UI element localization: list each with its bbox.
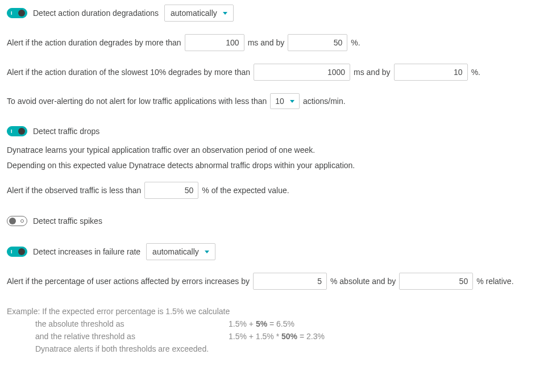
example-grid: the absolute threshold as 1.5% + 5% = 6.… bbox=[35, 319, 545, 353]
text-failure-prefix: Alert if the percentage of user actions … bbox=[7, 277, 250, 286]
text-drops-prefix: Alert if the observed traffic is less th… bbox=[7, 186, 141, 195]
example-row2-post: = 2.3% bbox=[297, 332, 325, 341]
text-duration-all-mid: ms and by bbox=[248, 38, 285, 47]
text-drops-desc1: Dynatrace learns your typical applicatio… bbox=[7, 144, 545, 156]
row-failure-thresholds: Alert if the percentage of user actions … bbox=[7, 273, 545, 290]
input-duration-all-pct[interactable] bbox=[288, 34, 347, 51]
label-detect-traffic-drops: Detect traffic drops bbox=[33, 127, 99, 136]
text-duration-all-prefix: Alert if the action duration degrades by… bbox=[7, 38, 181, 47]
toggle-off-indicator-icon bbox=[20, 219, 24, 223]
chevron-down-icon bbox=[290, 100, 294, 103]
row-duration-threshold-slowest: Alert if the action duration of the slow… bbox=[7, 64, 545, 81]
text-duration-slow-suffix: %. bbox=[471, 68, 480, 77]
input-drops-pct[interactable] bbox=[144, 182, 198, 199]
example-row3-label: Dynatrace alerts if both thresholds are … bbox=[35, 344, 229, 353]
example-row2-label: and the relative threshold as bbox=[35, 332, 229, 341]
example-row1-calc: 1.5% + 5% = 6.5% bbox=[229, 319, 545, 328]
toggle-detect-duration-degradations[interactable]: I bbox=[7, 8, 27, 18]
select-duration-mode-value: automatically bbox=[171, 9, 217, 18]
select-duration-min-traffic[interactable]: 10 bbox=[270, 93, 300, 109]
toggle-detect-traffic-drops[interactable]: I bbox=[7, 126, 27, 136]
section-duration-degradation: I Detect action duration degradations au… bbox=[7, 5, 545, 109]
toggle-knob-icon bbox=[9, 218, 16, 224]
toggle-knob-icon bbox=[18, 10, 25, 16]
text-duration-all-suffix: %. bbox=[351, 38, 360, 47]
example-row2-calc: 1.5% + 1.5% * 50% = 2.3% bbox=[229, 332, 545, 341]
row-duration-threshold-all: Alert if the action duration degrades by… bbox=[7, 34, 545, 51]
toggle-knob-icon bbox=[18, 248, 25, 255]
label-detect-duration-degradations: Detect action duration degradations bbox=[33, 9, 159, 18]
row-drops-threshold: Alert if the observed traffic is less th… bbox=[7, 182, 545, 199]
example-row1-label: the absolute threshold as bbox=[35, 319, 229, 328]
example-row2-bold: 50% bbox=[281, 332, 297, 341]
example-block: Example: If the expected error percentag… bbox=[7, 307, 545, 353]
chevron-down-icon bbox=[223, 12, 227, 15]
text-duration-slow-prefix: Alert if the action duration of the slow… bbox=[7, 68, 250, 77]
example-row2-pre: 1.5% + 1.5% * bbox=[229, 332, 281, 341]
input-duration-slow-pct[interactable] bbox=[394, 64, 468, 81]
input-duration-all-ms[interactable] bbox=[185, 34, 244, 51]
toggle-on-indicator-icon: I bbox=[11, 249, 13, 255]
select-failure-mode-value: automatically bbox=[152, 247, 199, 256]
input-failure-abs[interactable] bbox=[253, 273, 327, 290]
select-failure-mode[interactable]: automatically bbox=[146, 243, 215, 260]
example-row1-bold: 5% bbox=[256, 319, 267, 328]
text-duration-min-suffix: actions/min. bbox=[303, 97, 346, 106]
toggle-on-indicator-icon: I bbox=[11, 129, 13, 134]
heading-row-duration: I Detect action duration degradations au… bbox=[7, 5, 545, 22]
chevron-down-icon bbox=[205, 251, 209, 253]
section-traffic-drops: I Detect traffic drops Dynatrace learns … bbox=[7, 126, 545, 199]
text-drops-suffix: % of the expected value. bbox=[202, 186, 289, 195]
text-failure-suffix: % relative. bbox=[476, 277, 513, 286]
heading-row-failure: I Detect increases in failure rate autom… bbox=[7, 243, 545, 260]
toggle-detect-failure-rate[interactable]: I bbox=[7, 247, 27, 257]
toggle-knob-icon bbox=[18, 128, 25, 135]
example-row1-post: = 6.5% bbox=[267, 319, 294, 328]
section-failure-rate: I Detect increases in failure rate autom… bbox=[7, 243, 545, 353]
select-duration-min-traffic-value: 10 bbox=[275, 97, 284, 106]
text-duration-slow-mid: ms and by bbox=[354, 68, 391, 77]
input-duration-slow-ms[interactable] bbox=[254, 64, 350, 81]
example-lead: Example: If the expected error percentag… bbox=[7, 307, 545, 316]
text-failure-mid: % absolute and by bbox=[330, 277, 396, 286]
label-detect-traffic-spikes: Detect traffic spikes bbox=[33, 216, 102, 226]
row-duration-min-traffic: To avoid over-alerting do not alert for … bbox=[7, 93, 545, 109]
select-duration-mode[interactable]: automatically bbox=[164, 5, 234, 22]
toggle-on-indicator-icon: I bbox=[11, 11, 13, 16]
input-failure-rel[interactable] bbox=[399, 273, 473, 290]
text-duration-min-prefix: To avoid over-alerting do not alert for … bbox=[7, 97, 267, 106]
heading-row-drops: I Detect traffic drops bbox=[7, 126, 545, 136]
label-detect-failure-rate: Detect increases in failure rate bbox=[33, 247, 140, 256]
text-drops-desc2: Depending on this expected value Dynatra… bbox=[7, 160, 545, 172]
section-traffic-spikes: Detect traffic spikes bbox=[7, 216, 545, 226]
toggle-detect-traffic-spikes[interactable] bbox=[7, 216, 27, 226]
heading-row-spikes: Detect traffic spikes bbox=[7, 216, 545, 226]
example-row1-pre: 1.5% + bbox=[229, 319, 256, 328]
